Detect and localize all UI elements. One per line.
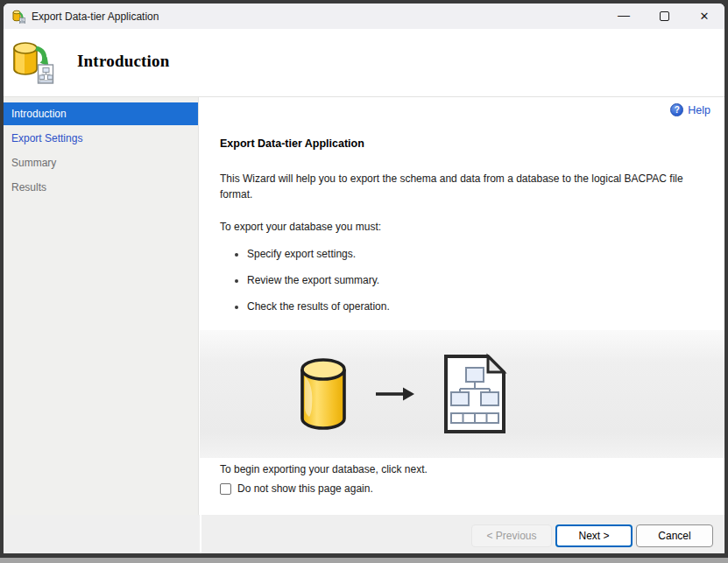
bullet-icon [235, 253, 238, 257]
bacpac-file-icon [442, 352, 508, 436]
wizard-window: Export Data-tier Application — ✕ [4, 4, 724, 553]
help-link[interactable]: ? Help [670, 103, 710, 116]
maximize-button[interactable] [644, 4, 684, 29]
title-bar: Export Data-tier Application — ✕ [4, 4, 724, 29]
help-label: Help [688, 104, 710, 116]
next-button[interactable]: Next > [555, 524, 633, 547]
close-icon: ✕ [700, 10, 710, 23]
window-bottom-edge [0, 558, 728, 563]
list-item: Check the results of operation. [235, 300, 390, 315]
footer-divider [200, 515, 201, 553]
list-intro-text: To export your database you must: [220, 221, 381, 233]
sidebar-item-introduction[interactable]: Introduction [4, 102, 198, 125]
bullet-icon [235, 279, 238, 283]
wizard-header: Introduction [4, 29, 724, 97]
list-item: Specify export settings. [235, 248, 390, 263]
database-export-icon [10, 38, 59, 90]
dont-show-again-row: Do not show this page again. [220, 482, 373, 495]
minimize-icon: — [618, 9, 630, 21]
list-item-text: Check the results of operation. [247, 300, 390, 313]
footer-bar: < Previous Next > Cancel [4, 515, 724, 553]
export-dac-app-icon [11, 10, 25, 24]
requirements-list: Specify export settings. Review the expo… [235, 248, 390, 327]
maximize-icon [660, 11, 669, 21]
export-illustration [200, 330, 724, 458]
cancel-button[interactable]: Cancel [636, 524, 713, 547]
content-heading: Export Data-tier Application [220, 137, 364, 150]
sidebar-item-export-settings[interactable]: Export Settings [4, 127, 198, 150]
arrow-right-icon [375, 385, 415, 403]
close-button[interactable]: ✕ [684, 4, 724, 29]
help-icon: ? [670, 103, 683, 116]
previous-button: < Previous [471, 524, 552, 547]
bullet-icon [235, 306, 238, 309]
minimize-button[interactable]: — [604, 4, 644, 29]
dont-show-again-checkbox[interactable] [220, 483, 231, 495]
wizard-steps-sidebar: Introduction Export Settings Summary Res… [4, 97, 199, 515]
intro-paragraph: This Wizard will help you to export the … [220, 171, 700, 202]
window-title: Export Data-tier Application [32, 11, 159, 23]
page-title: Introduction [77, 52, 170, 71]
list-item-text: Specify export settings. [247, 248, 356, 260]
checkbox-label: Do not show this page again. [237, 482, 373, 495]
sidebar-item-summary: Summary [4, 151, 198, 174]
sidebar-item-results: Results [4, 176, 198, 199]
database-cylinder-icon [298, 357, 349, 431]
list-item: Review the export summary. [235, 274, 390, 289]
content-pane: ? Help Export Data-tier Application This… [200, 97, 724, 515]
list-item-text: Review the export summary. [247, 274, 379, 286]
closing-instruction: To begin exporting your database, click … [220, 463, 428, 475]
